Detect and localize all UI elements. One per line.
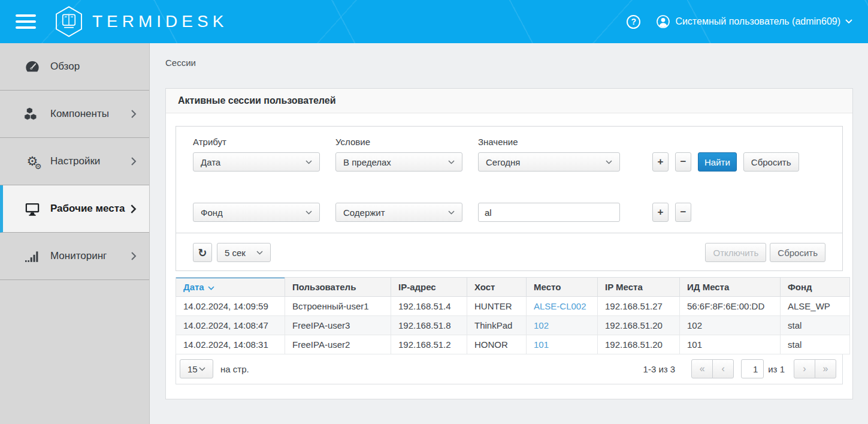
chevron-right-icon [129, 203, 137, 215]
gauge-icon [22, 59, 43, 75]
chevron-down-icon [448, 160, 455, 164]
workplace-link[interactable]: 101 [534, 339, 549, 350]
remove-filter-button[interactable]: − [675, 203, 691, 222]
column-header[interactable]: IP-адрес [391, 278, 467, 297]
column-header[interactable]: IP Места [598, 278, 680, 297]
workplace-link-cell: 102 [527, 316, 598, 335]
table-row: 14.02.2024, 14:08:47FreeIPA-user3192.168… [176, 316, 850, 335]
column-header-sorted[interactable]: Дата [176, 278, 285, 297]
table-cell: 192.168.51.2 [391, 335, 467, 354]
table-cell: 56:6F:8F:6E:00:DD [680, 297, 781, 316]
sidebar-item-components[interactable]: Компоненты [0, 91, 149, 138]
table-cell: 14.02.2024, 14:08:47 [176, 316, 285, 335]
next-page-button[interactable]: › [794, 359, 815, 378]
cubes-icon [22, 106, 43, 122]
search-button[interactable]: Найти [698, 152, 737, 172]
attribute-label: Атрибут [193, 137, 320, 147]
reset-filters-button[interactable]: Сбросить [743, 152, 799, 172]
chevron-down-icon [306, 211, 312, 215]
add-filter-button[interactable]: + [652, 152, 669, 172]
condition-select-2[interactable]: Содержит [335, 203, 462, 222]
page-size-select[interactable]: 15 [180, 359, 213, 378]
table-header-row: ДатаПользовательIP-адресХостМестоIP Мест… [176, 278, 850, 297]
sidebar-item-label: Настройки [50, 155, 100, 167]
workplace-link[interactable]: ALSE-CL002 [534, 301, 586, 311]
column-header[interactable]: Фонд [781, 278, 850, 297]
table-cell: FreeIPA-user2 [285, 335, 391, 354]
workplace-link[interactable]: 102 [534, 320, 549, 330]
last-page-button[interactable]: » [815, 359, 836, 378]
sidebar-item-settings[interactable]: ⚙⚙ Настройки [0, 138, 149, 185]
chevron-down-icon [256, 251, 263, 255]
add-filter-button[interactable]: + [652, 203, 669, 222]
table-cell: 192.168.51.20 [598, 335, 680, 354]
remove-filter-button[interactable]: − [675, 152, 691, 172]
refresh-interval-select[interactable]: 5 сек [217, 243, 271, 262]
table-cell: 192.168.51.27 [598, 297, 680, 316]
user-avatar-icon [656, 14, 670, 29]
sessions-table: ДатаПользовательIP-адресХостМестоIP Мест… [176, 277, 850, 354]
column-header[interactable]: ИД Места [680, 278, 781, 297]
table-cell: 192.168.51.4 [391, 297, 467, 316]
column-header[interactable]: Хост [467, 278, 527, 297]
content-area: Сессии Активные сессии пользователей Атр… [150, 43, 868, 424]
sidebar-item-monitoring[interactable]: Мониторинг [0, 233, 149, 280]
user-menu[interactable]: Системный пользователь (admin609) [656, 14, 852, 29]
table-row: 14.02.2024, 14:08:31FreeIPA-user2192.168… [176, 335, 850, 354]
table-row: 14.02.2024, 14:09:59Встроенный-user1192.… [176, 297, 850, 316]
gears-icon: ⚙⚙ [22, 155, 43, 168]
table-cell: 101 [680, 335, 781, 354]
first-page-button[interactable]: « [691, 359, 713, 378]
breadcrumb: Сессии [165, 58, 853, 68]
chevron-down-icon [306, 160, 312, 164]
sidebar: Обзор Компоненты ⚙⚙ Настройк [0, 43, 150, 424]
chevron-right-icon [130, 251, 137, 261]
table-cell: HONOR [467, 335, 527, 354]
table-footer: 15 на стр. 1-3 из 3 « ‹ из 1 › [176, 354, 843, 384]
table-cell: HUNTER [467, 297, 527, 316]
chevron-down-icon [448, 211, 455, 215]
sort-direction-icon [208, 286, 214, 290]
workplace-link-cell: ALSE-CL002 [527, 297, 598, 316]
sidebar-item-label: Мониторинг [50, 250, 107, 262]
column-header[interactable]: Пользователь [285, 278, 391, 297]
help-icon[interactable]: ? [627, 15, 640, 29]
table-cell: Встроенный-user1 [285, 297, 391, 316]
refresh-button[interactable]: ↻ [193, 243, 212, 262]
top-bar: TERMIDESK ? Системный пользователь (admi… [0, 0, 868, 43]
reset-sessions-button[interactable]: Сбросить [770, 243, 825, 262]
table-cell: 14.02.2024, 14:09:59 [176, 297, 285, 316]
signal-bars-icon [22, 249, 43, 263]
table-cell: FreeIPA-user3 [285, 316, 391, 335]
condition-select[interactable]: В пределах [335, 152, 462, 172]
attribute-select-2[interactable]: Фонд [193, 203, 320, 222]
table-cell: 192.168.51.8 [391, 316, 467, 335]
attribute-select[interactable]: Дата [193, 152, 320, 172]
sidebar-item-label: Компоненты [50, 108, 109, 120]
monitor-icon [22, 201, 43, 217]
column-header[interactable]: Место [527, 278, 598, 297]
app-logo: TERMIDESK [54, 5, 228, 38]
chevron-right-icon [130, 109, 137, 119]
chevron-down-icon [845, 19, 852, 24]
hamburger-menu-icon[interactable] [16, 14, 36, 29]
condition-label: Условие [335, 137, 462, 147]
per-page-label: на стр. [220, 364, 249, 374]
value-input[interactable] [478, 203, 620, 222]
workplace-link-cell: 101 [527, 335, 598, 354]
logo-hexagon-icon [54, 5, 84, 38]
page-number-input[interactable] [741, 359, 764, 378]
sidebar-item-workplaces[interactable]: Рабочие места [0, 185, 149, 233]
active-sessions-card: Активные сессии пользователей Атрибут Да… [165, 88, 853, 399]
table-cell: ThinkPad [467, 316, 527, 335]
session-table-body: 14.02.2024, 14:09:59Встроенный-user1192.… [176, 297, 850, 354]
value-label: Значение [478, 137, 620, 147]
value-select[interactable]: Сегодня [478, 152, 620, 172]
disconnect-button[interactable]: Отключить [705, 243, 766, 262]
table-cell: stal [781, 316, 850, 335]
sidebar-item-overview[interactable]: Обзор [0, 43, 149, 91]
table-toolbar: ↻ 5 сек Отключить Сбросить [176, 233, 842, 270]
page-of-label: из 1 [768, 364, 785, 374]
prev-page-button[interactable]: ‹ [712, 359, 734, 378]
range-label: 1-3 из 3 [643, 364, 676, 374]
